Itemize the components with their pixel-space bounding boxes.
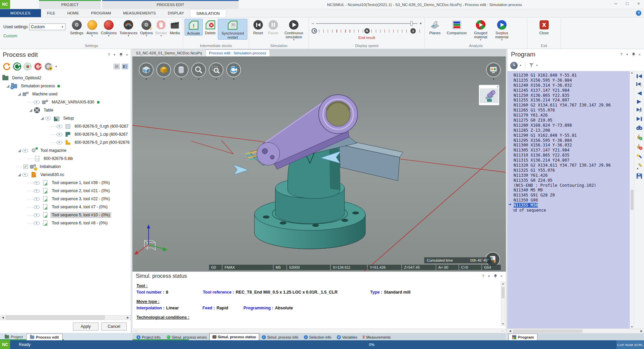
scroll-thumb[interactable] xyxy=(501,287,505,298)
inset-close-icon[interactable]: × xyxy=(497,85,498,88)
expander-icon[interactable] xyxy=(39,117,45,120)
app-logo[interactable]: NC xyxy=(0,0,10,9)
help-icon[interactable]: ? xyxy=(636,10,641,16)
gcode-listing[interactable]: N11230 G1 X162.848 Y-55.81 N11235 X156.5… xyxy=(513,71,630,329)
code-line[interactable]: N11315 X136.214 Y24.807 xyxy=(513,158,630,163)
run-partial-icon[interactable] xyxy=(24,62,32,71)
tree-item-tool-sequence-1[interactable]: Tool sequence 1, tool #39 - (0%) xyxy=(0,179,131,187)
expander-icon[interactable] xyxy=(16,149,22,152)
scroll-right-icon[interactable]: › xyxy=(500,330,505,333)
scroll-down-icon[interactable]: ▼ xyxy=(631,325,633,329)
panel-help-icon[interactable]: ? xyxy=(620,52,622,56)
play-back-icon[interactable] xyxy=(637,91,642,96)
pin-icon[interactable] xyxy=(494,274,497,278)
tree-item-tool-sequence-4[interactable]: Tool sequence 4, tool #7 - (0%) xyxy=(0,203,131,211)
code-line[interactable]: N11240 X156.314 Y-36.032 xyxy=(513,83,630,88)
speed-minus[interactable]: − xyxy=(312,21,314,26)
panel-close-icon[interactable]: × xyxy=(639,52,641,56)
tree-item-machine-used[interactable]: Machine used xyxy=(0,90,131,98)
tab-project-info[interactable]: i Project info. xyxy=(134,334,164,340)
goto-last-icon[interactable] xyxy=(636,117,642,121)
speed-slider[interactable] xyxy=(316,23,417,24)
code-line[interactable]: N11230 G1 X162.848 Y-55.81 xyxy=(513,73,630,78)
synchronized-restart-button[interactable]: M Synchronized restart xyxy=(218,19,247,40)
used-settings-select[interactable]: Custom ▼ xyxy=(29,24,66,30)
edit-icon[interactable] xyxy=(636,163,642,169)
delete-stock-button[interactable]: Delete xyxy=(203,19,218,35)
continuous-simulation-button[interactable]: Continuous simulation ▼ xyxy=(280,19,307,41)
run-process-icon[interactable] xyxy=(13,62,21,71)
visibility-eye-icon[interactable] xyxy=(56,133,63,136)
zoom-button[interactable] xyxy=(191,62,206,77)
expander-icon[interactable] xyxy=(16,93,22,96)
code-line[interactable]: N11295 X156.595 Y-36.884 xyxy=(513,138,630,143)
viewport-3d[interactable]: ▼ ▼ ▼ ▼ × ▼ ▼ xyxy=(132,56,506,271)
tree-item-initialisation[interactable]: ✓ Initialisation xyxy=(0,163,131,171)
tree-item-table[interactable]: Table xyxy=(0,106,131,114)
activate-stock-button[interactable]: Activate xyxy=(185,19,203,36)
apply-button[interactable]: Apply xyxy=(73,322,98,331)
3d-scene[interactable] xyxy=(132,56,506,271)
tree-item-tool-sequence-6[interactable]: Tool sequence 6, tool #8 - (0%) xyxy=(0,219,131,227)
chevron-down-icon[interactable]: ▼ xyxy=(215,78,217,80)
close-window-icon[interactable]: × xyxy=(635,1,642,6)
tab-simul-process-status[interactable]: Simul. process status xyxy=(209,333,259,340)
options-button[interactable]: ⚙ ⚙ Options ▼ xyxy=(139,19,154,37)
tree-item-setup[interactable]: Setup xyxy=(0,114,131,122)
code-line[interactable]: N11280 X168.824 Y-73.898 xyxy=(513,123,630,128)
stock-display-button[interactable] xyxy=(139,62,154,77)
scroll-left-icon[interactable]: ‹ xyxy=(133,330,138,333)
scroll-right-icon[interactable]: ▶ xyxy=(125,316,130,319)
doc-tab-project-file[interactable]: S3_NC-628_01_Demo_NCDoc.NcsPrj xyxy=(132,49,206,56)
scroll-up-icon[interactable]: ▲ xyxy=(631,71,633,74)
code-line[interactable]: N11340 M5 M9 xyxy=(513,188,630,193)
stock-box-button[interactable] xyxy=(156,62,171,77)
reset-process-icon[interactable] xyxy=(3,62,11,71)
comparison-button[interactable]: Comparison xyxy=(444,19,470,35)
pin-icon[interactable] xyxy=(119,53,123,57)
chevron-down-icon[interactable]: ▼ xyxy=(55,65,57,68)
context-group-project[interactable]: PROJECT xyxy=(39,0,101,9)
code-line-current[interactable]: N11355 M30 xyxy=(513,203,630,208)
tree-item-project[interactable]: Demo_Optitool2 xyxy=(0,74,131,82)
collisions-button[interactable]: Collisions ▼ xyxy=(99,19,118,37)
scroll-thumb[interactable] xyxy=(513,330,582,333)
minimize-icon[interactable]: ─ xyxy=(612,1,619,6)
expander-icon[interactable] xyxy=(5,85,11,88)
zoom-window-button[interactable]: × xyxy=(209,62,224,77)
scroll-down-icon[interactable]: ▼ xyxy=(502,322,505,325)
chevron-down-icon[interactable]: ▼ xyxy=(233,78,235,80)
panel-collapse-icon[interactable]: ▼ xyxy=(488,275,490,278)
tab-home[interactable]: HOME xyxy=(61,9,85,17)
gouged-material-button[interactable]: Gouged material ▼ xyxy=(470,19,491,41)
tolerances-button[interactable]: Tolerances ▼ xyxy=(118,19,139,37)
code-line[interactable]: N11310 X136.865 Y22.835 xyxy=(513,153,630,158)
alarms-button[interactable]: Alarms ▼ xyxy=(85,19,99,37)
tree-item-tool-sequence-5[interactable]: Tool sequence 5, tool #10 - (0%) xyxy=(0,211,131,219)
panel-close-icon[interactable]: × xyxy=(126,53,128,57)
tree-item-simulation-process[interactable]: S Simulation process xyxy=(0,82,131,90)
code-line[interactable]: N11350 G90 xyxy=(513,198,630,203)
step-forward-filter-icon[interactable] xyxy=(636,108,643,113)
speed-ruler[interactable]: N x xyxy=(319,29,422,33)
edit-new-icon[interactable] xyxy=(636,154,642,160)
add-breakpoint-icon[interactable] xyxy=(636,134,642,140)
visibility-eye-icon[interactable] xyxy=(22,149,28,152)
machine-view-button[interactable] xyxy=(486,62,501,77)
goto-first-icon[interactable] xyxy=(636,74,642,79)
tab-file[interactable]: FILE xyxy=(41,9,61,17)
tool-display-button[interactable] xyxy=(174,62,189,77)
reset-button[interactable]: Reset xyxy=(250,19,266,35)
scroll-thumb[interactable] xyxy=(6,316,105,319)
chevron-down-icon[interactable]: ▼ xyxy=(198,78,200,80)
planes-button[interactable]: Planes xyxy=(426,19,444,35)
settings-button[interactable]: ⚙ Settings xyxy=(69,19,85,35)
scroll-left-icon[interactable]: ◀ xyxy=(0,316,5,319)
program-hscrollbar[interactable]: ◀ ▶ xyxy=(508,329,644,333)
speed-slider-thumb[interactable] xyxy=(410,21,413,26)
code-line[interactable]: N11255 X136.214 Y24.807 xyxy=(513,98,630,103)
visibility-eye-icon[interactable] xyxy=(34,205,40,209)
speed-plus[interactable]: + xyxy=(419,21,422,26)
chevron-down-icon[interactable]: ▼ xyxy=(492,78,495,80)
process-tree-hscrollbar[interactable]: ◀ ▶ xyxy=(0,315,131,320)
